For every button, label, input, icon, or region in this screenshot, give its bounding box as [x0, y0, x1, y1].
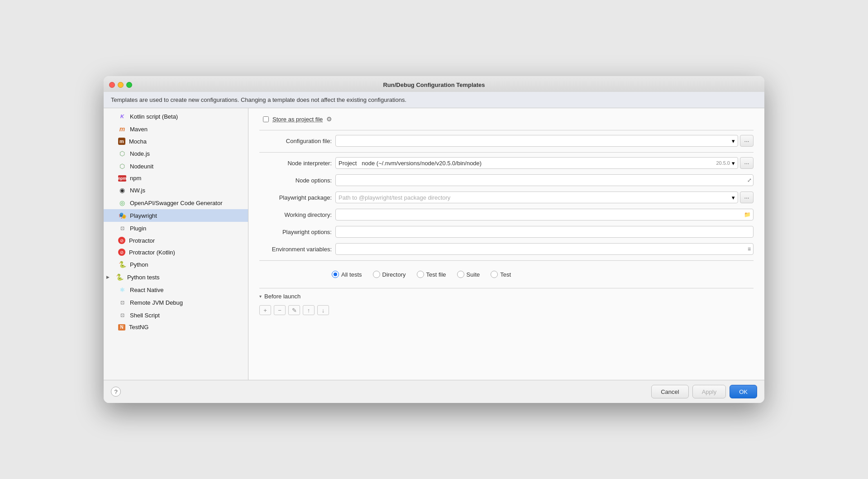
- sidebar-label-python: Python: [130, 261, 148, 268]
- node-options-input[interactable]: [335, 174, 754, 186]
- sidebar-item-npm[interactable]: npm npm: [104, 172, 248, 184]
- configuration-file-row: Configuration file: ▾ ···: [259, 135, 754, 147]
- environment-variables-input-container: ≡: [335, 243, 754, 255]
- before-launch-chevron: ▾: [259, 294, 262, 299]
- run-debug-configuration-dialog: Run/Debug Configuration Templates Templa…: [104, 76, 764, 403]
- sidebar-item-python-tests[interactable]: ▶ 🐍 Python tests: [104, 271, 248, 283]
- node-options-row: Node options: ⤢: [259, 174, 754, 186]
- configuration-file-dropdown[interactable]: ▾: [335, 135, 738, 147]
- sidebar-item-maven[interactable]: m Maven: [104, 123, 248, 135]
- sidebar-item-python[interactable]: 🐍 Python: [104, 258, 248, 271]
- node-interpreter-dropdown[interactable]: Project node (~/.nvm/versions/node/v20.5…: [335, 157, 738, 169]
- configuration-file-browse-button[interactable]: ···: [740, 135, 754, 147]
- sidebar-item-nwjs[interactable]: ◉ NW.js: [104, 184, 248, 196]
- sidebar-label-remote-jvm: Remote JVM Debug: [130, 299, 183, 306]
- working-directory-input[interactable]: [335, 209, 754, 220]
- radio-all-tests[interactable]: All tests: [332, 271, 362, 278]
- before-launch-add-button[interactable]: +: [259, 305, 271, 315]
- separator-1: [259, 130, 754, 130]
- playwright-options-row: Playwright options:: [259, 226, 754, 238]
- expand-arrow-python-tests: ▶: [106, 275, 112, 279]
- apply-button[interactable]: Apply: [692, 385, 726, 398]
- close-button[interactable]: [109, 82, 115, 88]
- before-launch-move-up-button[interactable]: ↑: [303, 305, 315, 315]
- playwright-options-label: Playwright options:: [259, 229, 332, 235]
- dialog-footer: ? Cancel Apply OK: [104, 380, 764, 403]
- before-launch-move-down-button[interactable]: ↓: [317, 305, 329, 315]
- dropdown-chevron-node: ▾: [732, 160, 735, 167]
- python-tests-icon: 🐍: [115, 273, 124, 281]
- store-project-file-checkbox[interactable]: [263, 116, 269, 122]
- sidebar-item-nodeunit[interactable]: ⬡ Nodeunit: [104, 160, 248, 172]
- sidebar-label-nodejs: Node.js: [130, 150, 150, 157]
- radio-label-all-tests: All tests: [341, 271, 362, 278]
- configuration-file-label: Configuration file:: [259, 138, 332, 144]
- maximize-button[interactable]: [126, 82, 132, 88]
- environment-variables-edit-icon[interactable]: ≡: [748, 246, 751, 252]
- playwright-package-placeholder: Path to @playwright/test package directo…: [339, 194, 450, 201]
- separator-2: [259, 152, 754, 153]
- kotlin-script-icon: K: [118, 112, 126, 120]
- environment-variables-label: Environment variables:: [259, 246, 332, 253]
- traffic-lights: [109, 82, 132, 88]
- radio-suite[interactable]: Suite: [457, 271, 480, 278]
- before-launch-toolbar: + − ✎ ↑ ↓: [259, 303, 754, 317]
- test-scope-radio-group: All tests Directory Test file Suite Test: [259, 265, 754, 283]
- sidebar-item-nodejs[interactable]: ⬡ Node.js: [104, 147, 248, 160]
- sidebar-item-remote-jvm[interactable]: ⊡ Remote JVM Debug: [104, 296, 248, 309]
- radio-circle-test-file: [417, 271, 424, 278]
- sidebar-item-kotlin-script[interactable]: K Kotlin script (Beta): [104, 110, 248, 123]
- environment-variables-input[interactable]: [335, 243, 754, 255]
- sidebar-item-mocha[interactable]: m Mocha: [104, 135, 248, 147]
- radio-label-test-file: Test file: [426, 271, 446, 278]
- sidebar-item-openapi[interactable]: ◎ OpenAPI/Swagger Code Generator: [104, 196, 248, 209]
- gear-icon[interactable]: ⚙: [326, 115, 332, 123]
- maven-icon: m: [118, 125, 126, 133]
- store-project-file-row: Store as project file ⚙: [259, 115, 754, 123]
- playwright-package-dropdown[interactable]: Path to @playwright/test package directo…: [335, 192, 738, 203]
- radio-circle-suite: [457, 271, 464, 278]
- radio-test-file[interactable]: Test file: [417, 271, 446, 278]
- radio-circle-test: [491, 271, 498, 278]
- node-options-input-container: ⤢: [335, 174, 754, 186]
- playwright-options-input[interactable]: [335, 226, 754, 238]
- sidebar-label-openapi: OpenAPI/Swagger Code Generator: [130, 200, 223, 206]
- node-options-expand-icon[interactable]: ⤢: [747, 177, 752, 183]
- sidebar-item-protractor[interactable]: ⊘ Protractor: [104, 235, 248, 246]
- node-interpreter-input-group: Project node (~/.nvm/versions/node/v20.5…: [335, 157, 754, 169]
- protractor-icon: ⊘: [118, 237, 125, 244]
- radio-label-directory: Directory: [382, 271, 406, 278]
- sidebar-item-react-native[interactable]: ⚛ React Native: [104, 283, 248, 296]
- sidebar-label-protractor: Protractor: [129, 237, 155, 244]
- sidebar-item-protractor-kotlin[interactable]: ⊘ Protractor (Kotlin): [104, 246, 248, 258]
- sidebar-label-shell-script: Shell Script: [130, 312, 160, 319]
- help-button[interactable]: ?: [111, 387, 121, 397]
- node-options-label: Node options:: [259, 177, 332, 184]
- node-interpreter-browse-button[interactable]: ···: [740, 157, 754, 169]
- playwright-package-browse-button[interactable]: ···: [740, 192, 754, 203]
- radio-test[interactable]: Test: [491, 271, 511, 278]
- react-native-icon: ⚛: [118, 286, 126, 294]
- sidebar-label-kotlin-script: Kotlin script (Beta): [130, 113, 178, 120]
- sidebar-item-plugin[interactable]: ⊡ Plugin: [104, 222, 248, 235]
- sidebar-label-testng: TestNG: [129, 324, 148, 331]
- nodejs-icon: ⬡: [118, 149, 126, 158]
- minimize-button[interactable]: [118, 82, 124, 88]
- dropdown-chevron-playwright-pkg: ▾: [732, 194, 735, 201]
- sidebar-label-maven: Maven: [130, 126, 148, 133]
- help-icon: ?: [114, 388, 117, 395]
- sidebar-item-testng[interactable]: N TestNG: [104, 321, 248, 333]
- sidebar-label-python-tests: Python tests: [127, 274, 160, 281]
- before-launch-remove-button[interactable]: −: [274, 305, 286, 315]
- working-directory-label: Working directory:: [259, 211, 332, 218]
- before-launch-header[interactable]: ▾ Before launch: [259, 293, 754, 300]
- sidebar: K Kotlin script (Beta) m Maven m Mocha ⬡…: [104, 108, 248, 380]
- radio-directory[interactable]: Directory: [373, 271, 406, 278]
- ok-button[interactable]: OK: [730, 385, 757, 398]
- sidebar-item-shell-script[interactable]: ⊡ Shell Script: [104, 309, 248, 321]
- sidebar-item-playwright[interactable]: 🎭 Playwright: [104, 209, 248, 222]
- cancel-button[interactable]: Cancel: [651, 385, 688, 398]
- sidebar-label-mocha: Mocha: [129, 138, 147, 145]
- before-launch-edit-button[interactable]: ✎: [288, 305, 300, 315]
- working-directory-folder-icon[interactable]: 📁: [744, 211, 751, 218]
